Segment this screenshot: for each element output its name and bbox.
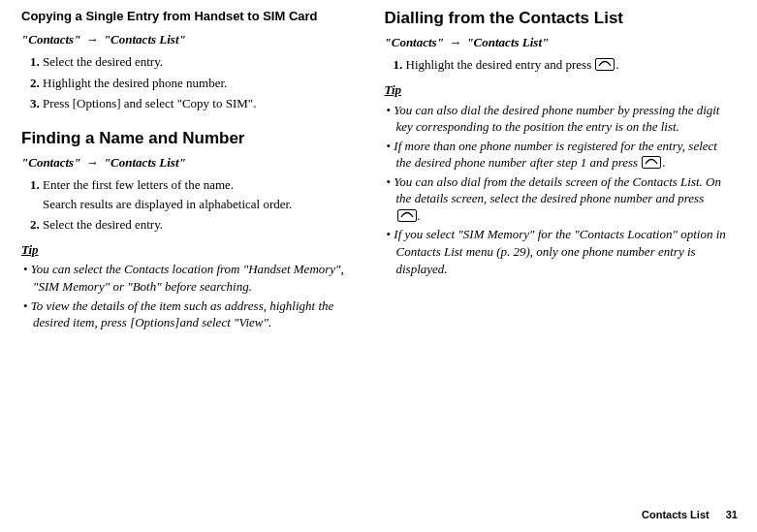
tip-label: Tip <box>21 241 365 259</box>
right-column: Dialling from the Contacts List "Contact… <box>375 8 739 494</box>
breadcrumb-part: "Contacts" <box>385 35 444 49</box>
call-key-icon <box>595 58 615 71</box>
step-item: Highlight the desired entry and press . <box>406 54 729 76</box>
tip-text: You can select the Contacts location fro… <box>31 262 344 294</box>
call-key-icon <box>397 209 417 222</box>
tip-item: You can select the Contacts location fro… <box>23 260 365 296</box>
step-text-post: . <box>615 57 618 72</box>
breadcrumb-part: "Contacts" <box>21 155 80 170</box>
step-item: Press [Options] and select "Copy to SIM"… <box>43 93 365 114</box>
step-item: Select the desired entry. <box>43 51 365 73</box>
tip-item: If more than one phone number is registe… <box>387 137 729 172</box>
tip-text: You can also dial the desired phone numb… <box>394 103 719 135</box>
tips-dialling: You can also dial the desired phone numb… <box>385 101 729 278</box>
tip-text-post: . <box>662 155 665 170</box>
left-column: Copying a Single Entry from Handset to S… <box>12 8 375 494</box>
tip-text-pre: You can also dial from the details scree… <box>394 174 721 206</box>
tip-label: Tip <box>385 81 729 99</box>
step-item: Enter the first few letters of the name.… <box>43 174 365 214</box>
breadcrumb-part: "Contacts List" <box>104 32 186 47</box>
step-text: Enter the first few letters of the name. <box>43 177 234 192</box>
footer-title: Contacts List <box>642 509 710 520</box>
breadcrumb-part: "Contacts List" <box>104 155 186 170</box>
heading-copy-entry: Copying a Single Entry from Handset to S… <box>21 8 365 25</box>
arrow-icon: → <box>84 32 101 47</box>
step-text: Highlight the desired phone number. <box>43 76 227 90</box>
footer-page-number: 31 <box>726 509 738 520</box>
tip-text: If you select "SIM Memory" for the "Cont… <box>394 227 725 275</box>
tip-text-pre: If more than one phone number is registe… <box>394 139 717 171</box>
tip-item: You can also dial the desired phone numb… <box>387 101 729 137</box>
step-note: Search results are displayed in alphabet… <box>43 196 365 213</box>
breadcrumb-finding: "Contacts" → "Contacts List" <box>21 154 365 172</box>
step-item: Highlight the desired phone number. <box>43 73 365 94</box>
steps-copy: Select the desired entry. Highlight the … <box>21 51 365 114</box>
tips-finding: You can select the Contacts location fro… <box>21 260 365 331</box>
step-text-pre: Highlight the desired entry and press <box>406 57 595 72</box>
step-text: Press [Options] and select "Copy to SIM"… <box>43 96 256 110</box>
tip-text-post: . <box>418 208 421 223</box>
arrow-icon: → <box>447 35 463 49</box>
tip-text: To view the details of the item such as … <box>31 298 333 330</box>
steps-dialling: Highlight the desired entry and press . <box>385 54 729 76</box>
call-key-icon <box>642 156 661 169</box>
steps-finding: Enter the first few letters of the name.… <box>21 174 365 235</box>
breadcrumb-part: "Contacts List" <box>466 35 549 49</box>
page-body: Copying a Single Entry from Handset to S… <box>0 0 757 494</box>
page-footer: Contacts List 31 <box>642 508 738 522</box>
arrow-icon: → <box>84 155 101 170</box>
step-text: Highlight the desired entry and press . <box>406 57 619 72</box>
breadcrumb-copy: "Contacts" → "Contacts List" <box>21 31 365 48</box>
heading-dialling: Dialling from the Contacts List <box>385 8 729 30</box>
step-item: Select the desired entry. <box>43 214 365 235</box>
tip-item: If you select "SIM Memory" for the "Cont… <box>387 225 729 278</box>
breadcrumb-dialling: "Contacts" → "Contacts List" <box>385 34 729 51</box>
tip-item: To view the details of the item such as … <box>23 297 365 332</box>
tip-item: You can also dial from the details scree… <box>387 172 729 226</box>
heading-finding: Finding a Name and Number <box>21 128 365 150</box>
step-text: Select the desired entry. <box>43 54 163 69</box>
step-text: Select the desired entry. <box>43 217 163 232</box>
breadcrumb-part: "Contacts" <box>21 32 80 47</box>
